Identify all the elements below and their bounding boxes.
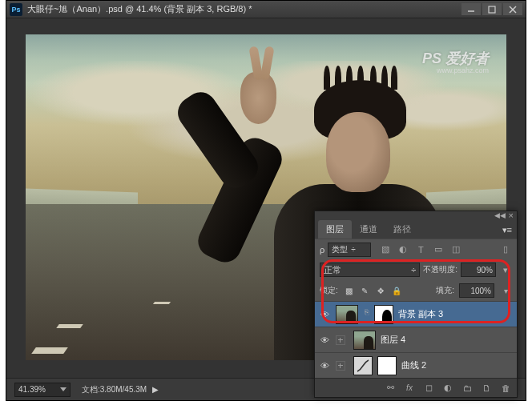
filter-type-icon[interactable]: T: [414, 243, 427, 256]
panel-menu-icon[interactable]: ▾≡: [498, 222, 517, 239]
layers-list: 👁 ⎘ 背景 副本 3 👁 图层 4 👁 曲线 2: [315, 301, 517, 378]
svg-rect-1: [489, 6, 495, 13]
tab-paths[interactable]: 路径: [385, 220, 419, 239]
fill-input[interactable]: 100%: [459, 283, 494, 298]
add-mask-icon[interactable]: ◻: [422, 382, 435, 395]
filter-toggle-icon[interactable]: ▯: [499, 243, 512, 256]
lock-label: 锁定:: [320, 285, 338, 296]
layer-row[interactable]: 👁 曲线 2: [315, 352, 517, 378]
filter-smart-icon[interactable]: ◫: [449, 243, 462, 256]
expand-icon[interactable]: [336, 361, 345, 371]
lock-pixels-icon[interactable]: ✎: [359, 285, 371, 297]
close-button[interactable]: [503, 3, 522, 15]
dropdown-icon: [60, 387, 66, 391]
lock-position-icon[interactable]: ✥: [375, 285, 387, 297]
layer-name[interactable]: 背景 副本 3: [398, 308, 443, 320]
app-icon: Ps: [10, 3, 22, 16]
adjustment-layer-icon[interactable]: ◐: [441, 382, 454, 395]
close-panel-icon[interactable]: ×: [509, 211, 514, 220]
fx-icon[interactable]: fx: [403, 382, 416, 395]
opacity-dropdown-icon[interactable]: ▾: [499, 263, 512, 276]
lock-all-icon[interactable]: 🔒: [391, 285, 403, 297]
visibility-icon[interactable]: 👁: [318, 334, 331, 347]
fill-label: 填充:: [436, 285, 454, 296]
doc-size: 文档:3.80M/45.3M ▶: [82, 384, 159, 395]
watermark: PS 爱好者: [422, 49, 489, 68]
layers-panel: ◀◀ × 图层 通道 路径 ▾≡ ρ 类型÷ ▧ ◐ T ▭ ◫ ▯ 正: [314, 211, 518, 398]
fill-dropdown-icon[interactable]: ▾: [499, 284, 512, 297]
visibility-icon[interactable]: 👁: [318, 308, 331, 321]
filter-kind-icon[interactable]: ρ: [320, 245, 324, 255]
zoom-value: 41.39%: [18, 385, 46, 394]
mask-link-icon[interactable]: ⎘: [363, 308, 369, 321]
expand-icon[interactable]: [336, 335, 345, 345]
layer-thumbnail[interactable]: [353, 331, 376, 350]
layer-name[interactable]: 曲线 2: [401, 359, 426, 371]
collapse-icon[interactable]: ◀◀: [494, 211, 506, 219]
document-title: 大眼仔~旭（Anan）.psd @ 41.4% (背景 副本 3, RGB/8)…: [27, 3, 252, 15]
layer-row[interactable]: 👁 图层 4: [315, 327, 517, 352]
group-icon[interactable]: 🗀: [461, 382, 474, 395]
panel-drag-handle[interactable]: ◀◀ ×: [315, 211, 517, 219]
visibility-icon[interactable]: 👁: [318, 359, 331, 372]
opacity-input[interactable]: 90%: [461, 263, 496, 277]
layer-mask-thumbnail[interactable]: [377, 356, 397, 375]
layer-name[interactable]: 图层 4: [381, 334, 405, 346]
tab-channels[interactable]: 通道: [352, 220, 385, 239]
minimize-button[interactable]: [461, 3, 481, 15]
maximize-button[interactable]: [482, 3, 502, 15]
titlebar: Ps 大眼仔~旭（Anan）.psd @ 41.4% (背景 副本 3, RGB…: [6, 1, 526, 18]
blend-mode-dropdown[interactable]: 正常÷: [320, 263, 420, 277]
watermark-url: www.psahz.com: [437, 66, 489, 74]
filter-pixel-icon[interactable]: ▧: [379, 243, 392, 256]
layer-mask-thumbnail[interactable]: [374, 305, 393, 324]
opacity-label: 不透明度:: [423, 264, 457, 275]
tab-layers[interactable]: 图层: [318, 220, 352, 239]
layer-thumbnail[interactable]: [336, 305, 358, 324]
filter-kind-dropdown[interactable]: 类型÷: [328, 243, 371, 257]
zoom-dropdown[interactable]: 41.39%: [14, 383, 71, 397]
layer-row[interactable]: 👁 ⎘ 背景 副本 3: [315, 301, 517, 327]
adjustment-thumbnail[interactable]: [353, 356, 373, 375]
link-layers-icon[interactable]: ⚯: [384, 382, 397, 395]
new-layer-icon[interactable]: 🗋: [480, 382, 493, 395]
filter-adjust-icon[interactable]: ◐: [397, 243, 409, 256]
filter-shape-icon[interactable]: ▭: [432, 243, 445, 256]
delete-layer-icon[interactable]: 🗑: [499, 382, 512, 395]
lock-transparent-icon[interactable]: ▩: [343, 285, 355, 297]
